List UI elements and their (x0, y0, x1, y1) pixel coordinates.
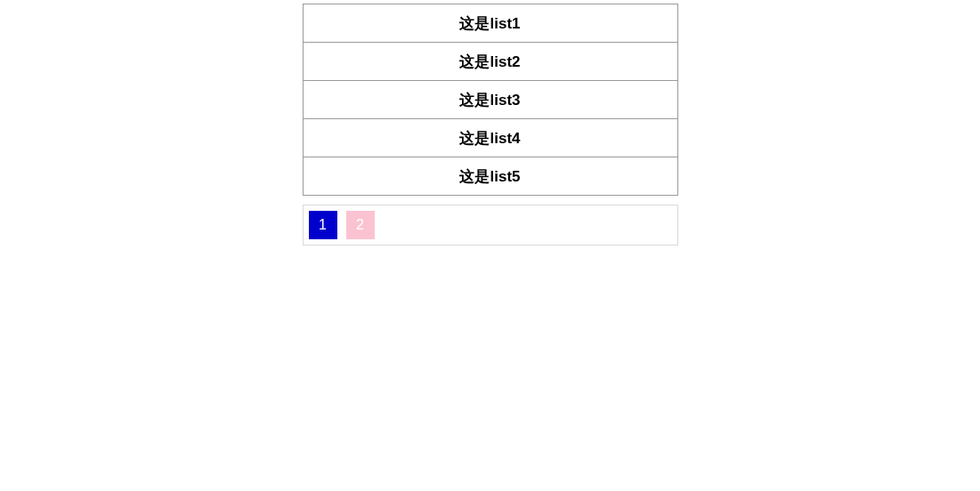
list-item-label: 这是list3 (459, 90, 520, 110)
list: 这是list1 这是list2 这是list3 这是list4 这是list5 (303, 4, 678, 196)
list-item: 这是list2 (304, 43, 677, 81)
list-item-label: 这是list1 (459, 13, 520, 34)
list-item-label: 这是list5 (459, 166, 520, 187)
main-container: 这是list1 这是list2 这是list3 这是list4 这是list5 … (303, 4, 678, 246)
list-item: 这是list4 (304, 119, 677, 157)
list-item-label: 这是list4 (459, 128, 520, 149)
list-item-label: 这是list2 (459, 52, 520, 72)
page-button-1[interactable]: 1 (309, 211, 337, 239)
pagination: 1 2 (303, 205, 678, 246)
page-button-label: 1 (319, 217, 327, 233)
list-item: 这是list3 (304, 81, 677, 119)
list-item: 这是list1 (304, 4, 677, 43)
page-button-label: 2 (356, 217, 364, 233)
list-item: 这是list5 (304, 157, 677, 196)
page-button-2[interactable]: 2 (346, 211, 375, 239)
